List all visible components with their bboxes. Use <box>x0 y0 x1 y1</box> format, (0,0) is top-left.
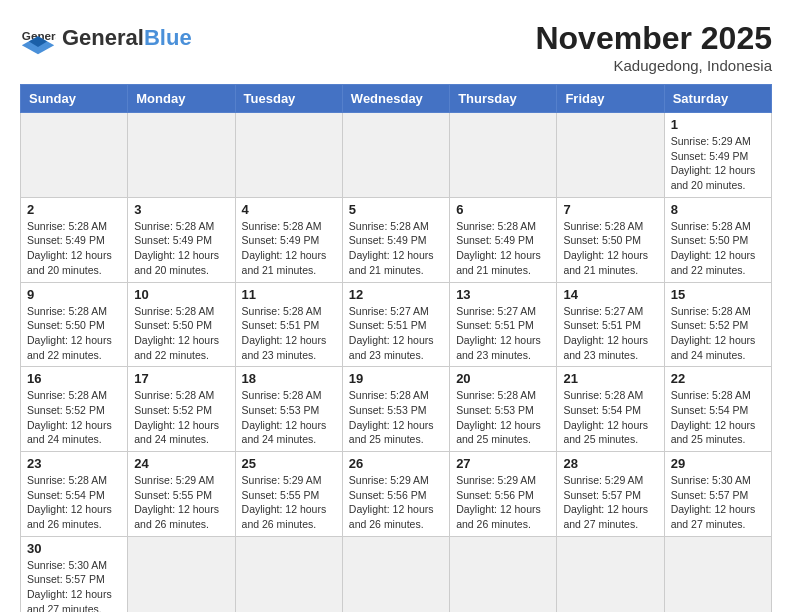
day-info: Sunrise: 5:28 AM Sunset: 5:52 PM Dayligh… <box>134 388 228 447</box>
calendar-cell <box>128 536 235 612</box>
day-number: 24 <box>134 456 228 471</box>
page-header: General GeneralBlue November 2025 Kaduge… <box>20 20 772 74</box>
day-info: Sunrise: 5:28 AM Sunset: 5:49 PM Dayligh… <box>349 219 443 278</box>
calendar-cell <box>235 536 342 612</box>
calendar-cell: 4Sunrise: 5:28 AM Sunset: 5:49 PM Daylig… <box>235 197 342 282</box>
calendar-cell: 20Sunrise: 5:28 AM Sunset: 5:53 PM Dayli… <box>450 367 557 452</box>
calendar-cell: 6Sunrise: 5:28 AM Sunset: 5:49 PM Daylig… <box>450 197 557 282</box>
day-number: 6 <box>456 202 550 217</box>
day-info: Sunrise: 5:28 AM Sunset: 5:53 PM Dayligh… <box>242 388 336 447</box>
day-info: Sunrise: 5:28 AM Sunset: 5:52 PM Dayligh… <box>27 388 121 447</box>
day-number: 16 <box>27 371 121 386</box>
calendar-cell: 23Sunrise: 5:28 AM Sunset: 5:54 PM Dayli… <box>21 452 128 537</box>
day-number: 11 <box>242 287 336 302</box>
logo-text: GeneralBlue <box>62 27 192 49</box>
calendar-header-saturday: Saturday <box>664 85 771 113</box>
calendar-header-row: SundayMondayTuesdayWednesdayThursdayFrid… <box>21 85 772 113</box>
day-info: Sunrise: 5:29 AM Sunset: 5:55 PM Dayligh… <box>242 473 336 532</box>
calendar-cell: 24Sunrise: 5:29 AM Sunset: 5:55 PM Dayli… <box>128 452 235 537</box>
calendar-cell: 26Sunrise: 5:29 AM Sunset: 5:56 PM Dayli… <box>342 452 449 537</box>
calendar-cell: 1Sunrise: 5:29 AM Sunset: 5:49 PM Daylig… <box>664 113 771 198</box>
day-info: Sunrise: 5:28 AM Sunset: 5:49 PM Dayligh… <box>456 219 550 278</box>
day-info: Sunrise: 5:29 AM Sunset: 5:56 PM Dayligh… <box>456 473 550 532</box>
calendar-week-row: 9Sunrise: 5:28 AM Sunset: 5:50 PM Daylig… <box>21 282 772 367</box>
calendar-header-tuesday: Tuesday <box>235 85 342 113</box>
day-info: Sunrise: 5:27 AM Sunset: 5:51 PM Dayligh… <box>349 304 443 363</box>
day-number: 27 <box>456 456 550 471</box>
calendar-cell: 13Sunrise: 5:27 AM Sunset: 5:51 PM Dayli… <box>450 282 557 367</box>
day-info: Sunrise: 5:27 AM Sunset: 5:51 PM Dayligh… <box>456 304 550 363</box>
day-number: 29 <box>671 456 765 471</box>
calendar-cell: 2Sunrise: 5:28 AM Sunset: 5:49 PM Daylig… <box>21 197 128 282</box>
calendar-cell <box>557 113 664 198</box>
calendar-cell <box>664 536 771 612</box>
day-number: 8 <box>671 202 765 217</box>
calendar-cell: 30Sunrise: 5:30 AM Sunset: 5:57 PM Dayli… <box>21 536 128 612</box>
month-title: November 2025 <box>535 20 772 57</box>
calendar-header-wednesday: Wednesday <box>342 85 449 113</box>
day-number: 3 <box>134 202 228 217</box>
calendar-cell: 25Sunrise: 5:29 AM Sunset: 5:55 PM Dayli… <box>235 452 342 537</box>
day-info: Sunrise: 5:28 AM Sunset: 5:52 PM Dayligh… <box>671 304 765 363</box>
day-info: Sunrise: 5:28 AM Sunset: 5:49 PM Dayligh… <box>27 219 121 278</box>
calendar-cell: 9Sunrise: 5:28 AM Sunset: 5:50 PM Daylig… <box>21 282 128 367</box>
calendar-cell <box>557 536 664 612</box>
day-info: Sunrise: 5:28 AM Sunset: 5:49 PM Dayligh… <box>134 219 228 278</box>
day-info: Sunrise: 5:28 AM Sunset: 5:54 PM Dayligh… <box>27 473 121 532</box>
calendar-cell <box>342 536 449 612</box>
calendar-cell <box>128 113 235 198</box>
day-info: Sunrise: 5:29 AM Sunset: 5:56 PM Dayligh… <box>349 473 443 532</box>
calendar-cell: 29Sunrise: 5:30 AM Sunset: 5:57 PM Dayli… <box>664 452 771 537</box>
calendar-header-sunday: Sunday <box>21 85 128 113</box>
day-number: 7 <box>563 202 657 217</box>
day-info: Sunrise: 5:28 AM Sunset: 5:53 PM Dayligh… <box>349 388 443 447</box>
logo: General GeneralBlue <box>20 20 192 56</box>
day-info: Sunrise: 5:28 AM Sunset: 5:49 PM Dayligh… <box>242 219 336 278</box>
calendar-cell: 11Sunrise: 5:28 AM Sunset: 5:51 PM Dayli… <box>235 282 342 367</box>
calendar-cell <box>450 113 557 198</box>
day-number: 25 <box>242 456 336 471</box>
calendar-cell: 8Sunrise: 5:28 AM Sunset: 5:50 PM Daylig… <box>664 197 771 282</box>
calendar-cell: 3Sunrise: 5:28 AM Sunset: 5:49 PM Daylig… <box>128 197 235 282</box>
calendar-cell: 18Sunrise: 5:28 AM Sunset: 5:53 PM Dayli… <box>235 367 342 452</box>
day-number: 13 <box>456 287 550 302</box>
day-number: 1 <box>671 117 765 132</box>
day-number: 5 <box>349 202 443 217</box>
calendar-cell: 19Sunrise: 5:28 AM Sunset: 5:53 PM Dayli… <box>342 367 449 452</box>
calendar-cell: 17Sunrise: 5:28 AM Sunset: 5:52 PM Dayli… <box>128 367 235 452</box>
calendar-cell: 15Sunrise: 5:28 AM Sunset: 5:52 PM Dayli… <box>664 282 771 367</box>
day-number: 21 <box>563 371 657 386</box>
calendar-week-row: 2Sunrise: 5:28 AM Sunset: 5:49 PM Daylig… <box>21 197 772 282</box>
day-info: Sunrise: 5:28 AM Sunset: 5:50 PM Dayligh… <box>134 304 228 363</box>
day-number: 2 <box>27 202 121 217</box>
calendar-cell: 5Sunrise: 5:28 AM Sunset: 5:49 PM Daylig… <box>342 197 449 282</box>
day-number: 17 <box>134 371 228 386</box>
calendar-cell <box>235 113 342 198</box>
location: Kadugedong, Indonesia <box>535 57 772 74</box>
day-info: Sunrise: 5:28 AM Sunset: 5:50 PM Dayligh… <box>563 219 657 278</box>
day-info: Sunrise: 5:28 AM Sunset: 5:50 PM Dayligh… <box>27 304 121 363</box>
calendar-table: SundayMondayTuesdayWednesdayThursdayFrid… <box>20 84 772 612</box>
day-number: 9 <box>27 287 121 302</box>
calendar-cell: 12Sunrise: 5:27 AM Sunset: 5:51 PM Dayli… <box>342 282 449 367</box>
day-number: 4 <box>242 202 336 217</box>
calendar-week-row: 30Sunrise: 5:30 AM Sunset: 5:57 PM Dayli… <box>21 536 772 612</box>
day-info: Sunrise: 5:28 AM Sunset: 5:54 PM Dayligh… <box>563 388 657 447</box>
day-info: Sunrise: 5:28 AM Sunset: 5:53 PM Dayligh… <box>456 388 550 447</box>
calendar-cell <box>450 536 557 612</box>
calendar-cell: 22Sunrise: 5:28 AM Sunset: 5:54 PM Dayli… <box>664 367 771 452</box>
calendar-header-monday: Monday <box>128 85 235 113</box>
calendar-week-row: 16Sunrise: 5:28 AM Sunset: 5:52 PM Dayli… <box>21 367 772 452</box>
calendar-week-row: 23Sunrise: 5:28 AM Sunset: 5:54 PM Dayli… <box>21 452 772 537</box>
calendar-cell: 28Sunrise: 5:29 AM Sunset: 5:57 PM Dayli… <box>557 452 664 537</box>
day-number: 26 <box>349 456 443 471</box>
day-number: 19 <box>349 371 443 386</box>
day-info: Sunrise: 5:27 AM Sunset: 5:51 PM Dayligh… <box>563 304 657 363</box>
day-number: 10 <box>134 287 228 302</box>
day-number: 22 <box>671 371 765 386</box>
day-info: Sunrise: 5:28 AM Sunset: 5:50 PM Dayligh… <box>671 219 765 278</box>
day-number: 30 <box>27 541 121 556</box>
day-info: Sunrise: 5:28 AM Sunset: 5:54 PM Dayligh… <box>671 388 765 447</box>
calendar-cell: 14Sunrise: 5:27 AM Sunset: 5:51 PM Dayli… <box>557 282 664 367</box>
calendar-cell <box>342 113 449 198</box>
